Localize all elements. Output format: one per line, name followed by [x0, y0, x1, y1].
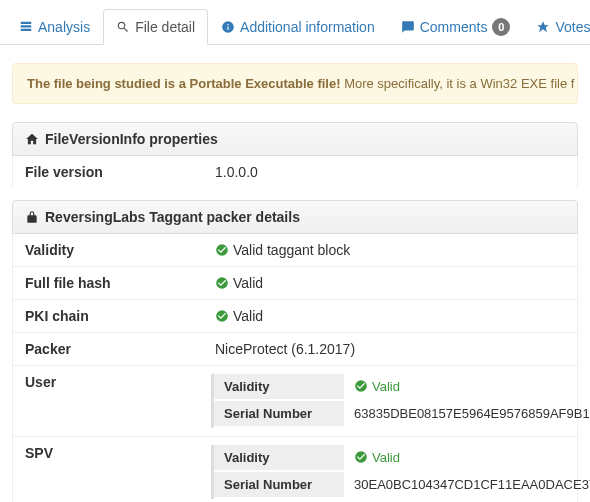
tab-label: Comments: [420, 19, 488, 35]
value: 1.0.0.0: [215, 164, 565, 180]
check-icon: [215, 276, 229, 290]
info-icon: [221, 20, 235, 34]
home-icon: [25, 132, 39, 146]
key: File version: [25, 164, 215, 180]
subrow: Serial Number 30EA0BC104347CD1CF11EAA0DA…: [214, 472, 590, 499]
key: User: [25, 374, 215, 390]
section-title: ReversingLabs Taggant packer details: [45, 209, 300, 225]
key: Validity: [25, 242, 215, 258]
subvalue: Valid: [344, 445, 590, 472]
subtable-user: Validity Valid Serial Number 63835DBE081…: [211, 374, 590, 428]
section-fileversion-body: File version 1.0.0.0: [12, 156, 578, 188]
subvalue: 30EA0BC104347CD1CF11EAA0DACE37CC: [344, 472, 590, 499]
subvalue: 63835DBE08157E5964E9576859AF9B14: [344, 401, 590, 428]
tab-file-detail[interactable]: File detail: [103, 9, 208, 45]
check-icon: [354, 379, 368, 393]
lock-icon: [25, 210, 39, 224]
value: Valid: [215, 275, 565, 291]
key: Packer: [25, 341, 215, 357]
analysis-icon: [19, 20, 33, 34]
tab-label: Votes: [555, 19, 590, 35]
subtable-spv: Validity Valid Serial Number 30EA0BC1043…: [211, 445, 590, 499]
row-user: User Validity Valid Serial Number 63835D…: [13, 366, 577, 437]
subrow: Validity Valid: [214, 445, 590, 472]
tab-comments[interactable]: Comments 0: [388, 9, 524, 45]
check-icon: [354, 450, 368, 464]
tab-analysis[interactable]: Analysis: [6, 9, 103, 45]
tab-votes[interactable]: Votes: [523, 9, 590, 45]
key: SPV: [25, 445, 215, 461]
subkey: Validity: [214, 445, 344, 472]
subkey: Serial Number: [214, 472, 344, 499]
subkey: Serial Number: [214, 401, 344, 428]
tabs-bar: Analysis File detail Additional informat…: [0, 8, 590, 45]
subvalue: Valid: [344, 374, 590, 401]
subrow: Validity Valid: [214, 374, 590, 401]
alert-rest: More specifically, it is a Win32 EXE fil…: [341, 76, 575, 91]
tab-label: Additional information: [240, 19, 375, 35]
row-file-version: File version 1.0.0.0: [13, 156, 577, 188]
tab-label: File detail: [135, 19, 195, 35]
value: Valid: [215, 308, 565, 324]
section-fileversion-heading: FileVersionInfo properties: [12, 122, 578, 156]
section-taggant-heading: ReversingLabs Taggant packer details: [12, 200, 578, 234]
row-pki-chain: PKI chain Valid: [13, 300, 577, 333]
subrow: Serial Number 63835DBE08157E5964E9576859…: [214, 401, 590, 428]
check-icon: [215, 243, 229, 257]
key: Full file hash: [25, 275, 215, 291]
row-validity: Validity Valid taggant block: [13, 234, 577, 267]
alert-filetype: The file being studied is a Portable Exe…: [12, 63, 578, 104]
key: PKI chain: [25, 308, 215, 324]
value: Validity Valid Serial Number 30EA0BC1043…: [215, 445, 590, 499]
section-title: FileVersionInfo properties: [45, 131, 218, 147]
subkey: Validity: [214, 374, 344, 401]
row-packer: Packer NiceProtect (6.1.2017): [13, 333, 577, 366]
value: Valid taggant block: [215, 242, 565, 258]
comment-icon: [401, 20, 415, 34]
tab-additional-info[interactable]: Additional information: [208, 9, 388, 45]
votes-icon: [536, 20, 550, 34]
alert-bold: The file being studied is a Portable Exe…: [27, 76, 341, 91]
tab-label: Analysis: [38, 19, 90, 35]
value: NiceProtect (6.1.2017): [215, 341, 565, 357]
check-icon: [215, 309, 229, 323]
row-full-file-hash: Full file hash Valid: [13, 267, 577, 300]
row-spv: SPV Validity Valid Serial Number 30EA0BC…: [13, 437, 577, 502]
value: Validity Valid Serial Number 63835DBE081…: [215, 374, 590, 428]
section-taggant-body: Validity Valid taggant block Full file h…: [12, 234, 578, 502]
search-icon: [116, 20, 130, 34]
comments-count-badge: 0: [492, 18, 510, 36]
